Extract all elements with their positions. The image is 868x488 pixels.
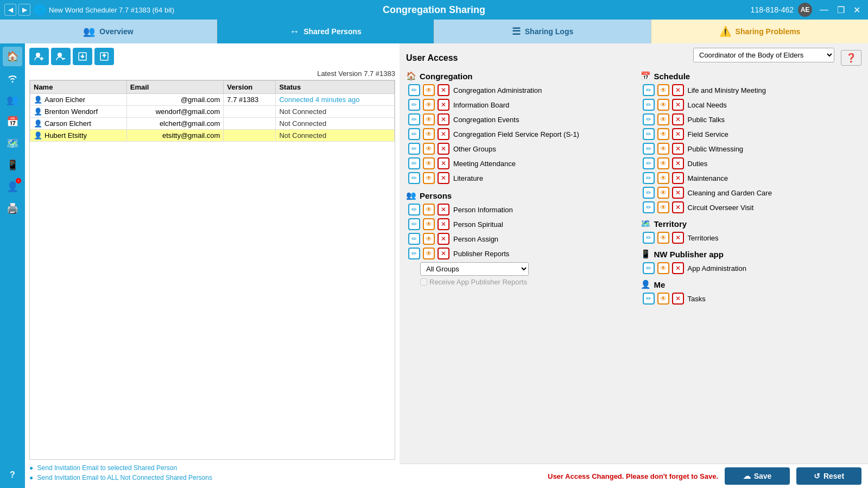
delete-button[interactable]: ✕ xyxy=(672,113,684,125)
edit-button[interactable]: ✏ xyxy=(643,143,655,155)
edit-button[interactable]: ✏ xyxy=(408,99,420,111)
col-name[interactable]: Name xyxy=(30,81,127,94)
view-button[interactable]: 👁 xyxy=(657,172,669,184)
table-row[interactable]: 👤 Aaron Eicher @gmail.com 7.7 #1383 Conn… xyxy=(30,94,395,106)
delete-button[interactable]: ✕ xyxy=(672,99,684,111)
view-button[interactable]: 👁 xyxy=(423,233,435,245)
tab-sharing-problems[interactable]: ⚠️ Sharing Problems xyxy=(651,20,868,43)
minimize-button[interactable]: — xyxy=(816,4,832,16)
delete-button[interactable]: ✕ xyxy=(438,204,449,216)
view-button[interactable]: 👁 xyxy=(657,201,669,213)
sidebar-item-wifi[interactable] xyxy=(3,68,22,88)
view-button[interactable]: 👁 xyxy=(423,84,435,96)
edit-button[interactable]: ✏ xyxy=(643,187,655,199)
remove-person-button[interactable] xyxy=(51,48,71,65)
table-row[interactable]: 👤 Carson Elchert elchert@gmail.com Not C… xyxy=(30,118,395,130)
view-button[interactable]: 👁 xyxy=(423,204,435,216)
edit-button[interactable]: ✏ xyxy=(408,172,420,184)
view-button[interactable]: 👁 xyxy=(657,143,669,155)
view-button[interactable]: 👁 xyxy=(657,157,669,169)
edit-button[interactable]: ✏ xyxy=(643,201,655,213)
delete-button[interactable]: ✕ xyxy=(438,233,449,245)
view-button[interactable]: 👁 xyxy=(657,99,669,111)
view-button[interactable]: 👁 xyxy=(423,113,435,125)
edit-button[interactable]: ✏ xyxy=(643,128,655,140)
col-status[interactable]: Status xyxy=(276,81,395,94)
export-button[interactable] xyxy=(94,48,114,65)
role-dropdown[interactable]: Coordinator of the Body of Elders Elder … xyxy=(693,48,834,62)
help-button[interactable]: ❓ xyxy=(841,50,861,66)
sidebar-item-printer[interactable]: 🖨️ xyxy=(3,199,22,218)
view-button[interactable]: 👁 xyxy=(423,172,435,184)
window-controls[interactable]: — ❐ ✕ xyxy=(816,4,864,16)
table-row[interactable]: 👤 Brenton Wendorf wendorf@gmail.com Not … xyxy=(30,106,395,118)
edit-button[interactable]: ✏ xyxy=(408,143,420,155)
edit-button[interactable]: ✏ xyxy=(643,172,655,184)
sidebar-item-home[interactable]: 🏠 xyxy=(3,47,22,66)
delete-button[interactable]: ✕ xyxy=(438,157,449,169)
edit-button[interactable]: ✏ xyxy=(408,233,420,245)
edit-button[interactable]: ✏ xyxy=(643,293,655,305)
sidebar-item-persons[interactable]: 👥 xyxy=(3,90,22,110)
edit-button[interactable]: ✏ xyxy=(643,157,655,169)
tab-sharing-logs[interactable]: ☰ Sharing Logs xyxy=(434,20,651,43)
delete-button[interactable]: ✕ xyxy=(672,143,684,155)
tab-overview[interactable]: 👥 Overview xyxy=(0,20,217,43)
view-button[interactable]: 👁 xyxy=(423,248,435,259)
sidebar-item-mobile[interactable]: 📱 xyxy=(3,155,22,175)
view-button[interactable]: 👁 xyxy=(423,128,435,140)
view-button[interactable]: 👁 xyxy=(657,232,669,244)
delete-button[interactable]: ✕ xyxy=(672,157,684,169)
col-version[interactable]: Version xyxy=(224,81,276,94)
view-button[interactable]: 👁 xyxy=(423,143,435,155)
groups-dropdown[interactable]: All Groups Group 1 Group 2 xyxy=(420,262,529,276)
delete-button[interactable]: ✕ xyxy=(672,262,684,274)
edit-button[interactable]: ✏ xyxy=(408,218,420,230)
edit-button[interactable]: ✏ xyxy=(408,248,420,259)
nav-buttons[interactable]: ◀ ▶ xyxy=(4,4,30,16)
sidebar-item-territory[interactable]: 🗺️ xyxy=(3,134,22,153)
delete-button[interactable]: ✕ xyxy=(672,128,684,140)
edit-button[interactable]: ✏ xyxy=(408,204,420,216)
edit-button[interactable]: ✏ xyxy=(408,128,420,140)
person-list-scroll[interactable]: Name Email Version Status 👤 Aaron Eicher… xyxy=(29,80,395,460)
edit-button[interactable]: ✏ xyxy=(408,113,420,125)
delete-button[interactable]: ✕ xyxy=(672,201,684,213)
edit-button[interactable]: ✏ xyxy=(408,84,420,96)
delete-button[interactable]: ✕ xyxy=(438,113,449,125)
tab-shared-persons[interactable]: ↔️ Shared Persons xyxy=(217,20,434,43)
delete-button[interactable]: ✕ xyxy=(672,293,684,305)
sidebar-item-calendar[interactable]: 📅 xyxy=(3,112,22,131)
delete-button[interactable]: ✕ xyxy=(438,128,449,140)
edit-button[interactable]: ✏ xyxy=(643,99,655,111)
view-button[interactable]: 👁 xyxy=(657,293,669,305)
nav-forward-button[interactable]: ▶ xyxy=(18,4,30,16)
delete-button[interactable]: ✕ xyxy=(672,84,684,96)
view-button[interactable]: 👁 xyxy=(657,128,669,140)
edit-button[interactable]: ✏ xyxy=(643,84,655,96)
delete-button[interactable]: ✕ xyxy=(438,218,449,230)
sidebar-item-help[interactable]: ? xyxy=(3,465,22,485)
delete-button[interactable]: ✕ xyxy=(672,172,684,184)
invite-selected-link[interactable]: ● Send Invitation Email to selected Shar… xyxy=(29,464,395,472)
view-button[interactable]: 👁 xyxy=(423,157,435,169)
col-email[interactable]: Email xyxy=(126,81,224,94)
close-button[interactable]: ✕ xyxy=(850,4,864,16)
reset-button[interactable]: ↺ Reset xyxy=(796,467,861,485)
view-button[interactable]: 👁 xyxy=(657,262,669,274)
delete-button[interactable]: ✕ xyxy=(672,187,684,199)
import-button[interactable] xyxy=(73,48,92,65)
delete-button[interactable]: ✕ xyxy=(438,99,449,111)
add-person-button[interactable] xyxy=(29,48,49,65)
delete-button[interactable]: ✕ xyxy=(438,248,449,259)
nav-back-button[interactable]: ◀ xyxy=(4,4,16,16)
edit-button[interactable]: ✏ xyxy=(643,113,655,125)
view-button[interactable]: 👁 xyxy=(657,113,669,125)
delete-button[interactable]: ✕ xyxy=(438,84,449,96)
view-button[interactable]: 👁 xyxy=(657,187,669,199)
edit-button[interactable]: ✏ xyxy=(643,262,655,274)
sidebar-item-alert-person[interactable]: 👤 ! xyxy=(3,177,22,197)
view-button[interactable]: 👁 xyxy=(423,218,435,230)
view-button[interactable]: 👁 xyxy=(657,84,669,96)
delete-button[interactable]: ✕ xyxy=(438,143,449,155)
